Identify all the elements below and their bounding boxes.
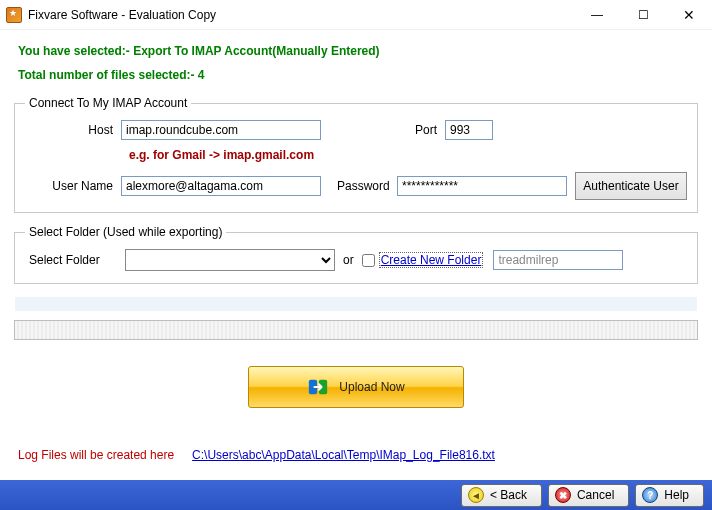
host-hint: e.g. for Gmail -> imap.gmail.com: [129, 148, 687, 162]
authenticate-button[interactable]: Authenticate User: [575, 172, 687, 200]
username-label: User Name: [25, 179, 121, 193]
port-input[interactable]: [445, 120, 493, 140]
window-controls: — ☐ ✕: [574, 0, 712, 30]
footer-bar: ◄ < Back ✖ Cancel ? Help: [0, 480, 712, 510]
summary-selection: You have selected:- Export To IMAP Accou…: [18, 44, 694, 58]
folder-legend: Select Folder (Used while exporting): [25, 225, 226, 239]
cancel-icon: ✖: [555, 487, 571, 503]
port-label: Port: [321, 123, 445, 137]
create-folder-label[interactable]: Create New Folder: [379, 252, 484, 268]
upload-now-button[interactable]: Upload Now: [248, 366, 464, 408]
password-input[interactable]: [397, 176, 567, 196]
back-button[interactable]: ◄ < Back: [461, 484, 542, 507]
imap-legend: Connect To My IMAP Account: [25, 96, 191, 110]
host-input[interactable]: [121, 120, 321, 140]
host-label: Host: [25, 123, 121, 137]
cancel-button-label: Cancel: [577, 488, 614, 502]
window-title: Fixvare Software - Evaluation Copy: [28, 8, 574, 22]
username-input[interactable]: [121, 176, 321, 196]
upload-icon: [307, 376, 329, 398]
log-text: Log Files will be created here: [18, 448, 174, 462]
or-text: or: [343, 253, 354, 267]
minimize-button[interactable]: —: [574, 0, 620, 30]
progress-bar: [14, 320, 698, 340]
log-path-link[interactable]: C:\Users\abc\AppData\Local\Temp\IMap_Log…: [192, 448, 495, 462]
password-label: Password: [321, 179, 397, 193]
close-button[interactable]: ✕: [666, 0, 712, 30]
back-button-label: < Back: [490, 488, 527, 502]
help-icon: ?: [642, 487, 658, 503]
title-bar: Fixvare Software - Evaluation Copy — ☐ ✕: [0, 0, 712, 30]
help-button-label: Help: [664, 488, 689, 502]
app-icon: [6, 7, 22, 23]
imap-fieldset: Connect To My IMAP Account Host Port e.g…: [14, 96, 698, 213]
content-area: You have selected:- Export To IMAP Accou…: [0, 30, 712, 472]
progress-track-light: [14, 296, 698, 312]
folder-fieldset: Select Folder (Used while exporting) Sel…: [14, 225, 698, 284]
cancel-button[interactable]: ✖ Cancel: [548, 484, 629, 507]
select-folder-dropdown[interactable]: [125, 249, 335, 271]
create-folder-checkbox[interactable]: [362, 254, 375, 267]
summary-count: Total number of files selected:- 4: [18, 68, 694, 82]
upload-button-label: Upload Now: [339, 380, 404, 394]
maximize-button[interactable]: ☐: [620, 0, 666, 30]
new-folder-input[interactable]: [493, 250, 623, 270]
select-folder-label: Select Folder: [25, 253, 125, 267]
help-button[interactable]: ? Help: [635, 484, 704, 507]
back-arrow-icon: ◄: [468, 487, 484, 503]
